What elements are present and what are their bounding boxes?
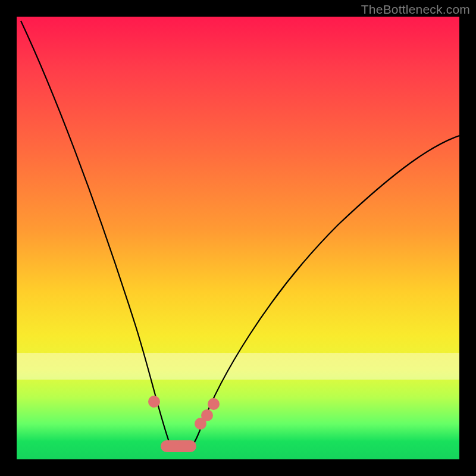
chart-svg — [17, 17, 459, 459]
chart-frame: TheBottleneck.com — [0, 0, 476, 476]
bottleneck-curve — [21, 21, 459, 450]
curve-marker — [208, 398, 220, 410]
curve-marker — [201, 409, 213, 421]
trough-marker — [161, 440, 196, 452]
plot-area — [17, 17, 459, 459]
curve-marker — [148, 396, 160, 408]
watermark-text: TheBottleneck.com — [361, 2, 470, 17]
